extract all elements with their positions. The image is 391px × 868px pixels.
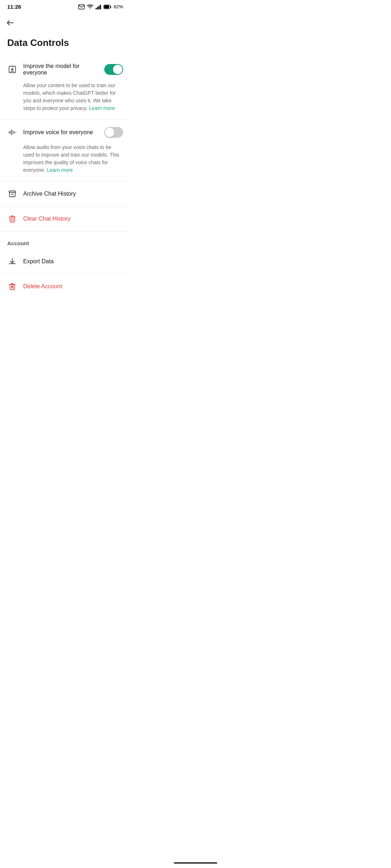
svg-rect-4 — [100, 5, 101, 9]
archive-chat-section: Archive Chat History — [0, 183, 130, 205]
archive-chat-icon — [7, 189, 17, 199]
improve-model-item[interactable]: Improve the model for everyone — [0, 57, 130, 82]
divider-2 — [0, 181, 130, 182]
archive-chat-item[interactable]: Archive Chat History — [0, 183, 130, 205]
improve-model-section: Improve the model for everyone Allow you… — [0, 57, 130, 118]
status-bar: 11:26 82% — [0, 0, 130, 13]
export-data-label: Export Data — [23, 258, 123, 265]
divider-5 — [0, 274, 130, 274]
clear-chat-section: Clear Chat History — [0, 208, 130, 230]
improve-model-description: Allow your content to be used to train o… — [0, 82, 130, 118]
battery-icon — [104, 5, 112, 9]
svg-rect-3 — [98, 6, 100, 9]
improve-model-toggle-knob — [113, 65, 122, 74]
signal-icon — [96, 4, 101, 9]
improve-model-toggle[interactable] — [104, 64, 123, 75]
improve-voice-label: Improve voice for everyone — [23, 129, 98, 136]
archive-chat-label: Archive Chat History — [23, 191, 123, 197]
divider-4 — [0, 231, 130, 231]
improve-voice-item[interactable]: Improve voice for everyone — [0, 121, 130, 144]
back-button[interactable] — [0, 13, 130, 30]
clear-chat-icon — [7, 214, 17, 224]
account-section-header: Account — [0, 233, 130, 251]
clear-chat-item[interactable]: Clear Chat History — [0, 208, 130, 230]
improve-voice-icon — [7, 127, 17, 137]
divider-1 — [0, 119, 130, 120]
status-time: 11:26 — [7, 4, 21, 10]
delete-account-label: Delete Account — [23, 283, 123, 290]
delete-account-icon — [7, 281, 17, 292]
divider-3 — [0, 206, 130, 207]
export-data-item[interactable]: Export Data — [0, 251, 130, 272]
page-title: Data Controls — [0, 30, 130, 57]
svg-rect-0 — [79, 5, 84, 9]
export-data-icon — [7, 256, 17, 267]
svg-rect-1 — [96, 8, 97, 9]
back-arrow-icon — [6, 18, 14, 27]
wifi-icon — [87, 4, 93, 9]
svg-rect-16 — [9, 191, 16, 192]
improve-voice-learn-more[interactable]: Learn more — [47, 167, 73, 173]
mail-icon — [78, 4, 85, 9]
svg-rect-6 — [110, 6, 111, 8]
battery-percent: 82% — [114, 4, 123, 9]
improve-model-learn-more[interactable]: Learn more — [89, 105, 115, 111]
improve-model-icon — [7, 64, 17, 75]
improve-model-label: Improve the model for everyone — [23, 63, 98, 76]
clear-chat-label: Clear Chat History — [23, 216, 123, 222]
account-section: Account Export Data Delete Account — [0, 233, 130, 297]
delete-account-item[interactable]: Delete Account — [0, 276, 130, 297]
improve-voice-toggle-knob — [105, 128, 114, 137]
improve-voice-section: Improve voice for everyone Allow audio f… — [0, 121, 130, 180]
svg-rect-2 — [97, 7, 98, 9]
status-icons: 82% — [78, 4, 123, 9]
svg-rect-7 — [104, 5, 109, 8]
improve-voice-toggle[interactable] — [104, 127, 123, 138]
improve-voice-description: Allow audio from your voice chats to be … — [0, 144, 130, 180]
